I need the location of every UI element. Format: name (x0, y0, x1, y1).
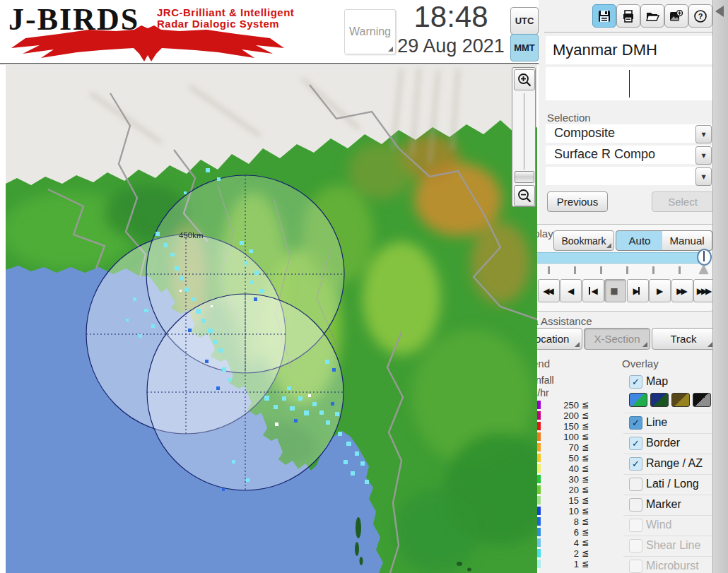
timeline-tick (679, 266, 681, 274)
border-checkbox[interactable]: ✓ (629, 437, 642, 450)
dropdown-sub-product[interactable]: ▼ (546, 167, 712, 185)
dropdown-composite[interactable]: Composite ▼ (546, 124, 712, 143)
line-checkbox[interactable]: ✓ (629, 416, 642, 430)
help-icon: ? (693, 9, 708, 23)
lati-long-checkbox[interactable] (629, 478, 642, 491)
manual-mode-button[interactable]: Manual (662, 230, 712, 251)
status-box-divider (629, 70, 630, 98)
step-forward-button[interactable]: ▶ (627, 279, 649, 302)
open-file-button[interactable] (640, 4, 664, 28)
map-palette-option[interactable] (629, 393, 647, 407)
timeline-tick (548, 266, 550, 274)
bookmark-button[interactable]: Bookmark (553, 230, 614, 251)
x-section-button: X-Section (584, 328, 650, 350)
clock-date: 29 Aug 2021 (389, 35, 513, 57)
timeline-tick (626, 266, 628, 274)
play-reverse-button[interactable]: ◀ (560, 279, 582, 302)
zoom-in-icon (517, 73, 532, 87)
add-image-icon (669, 10, 683, 23)
timeline-tick (600, 266, 602, 274)
clock-time: 18:48 (394, 0, 507, 34)
separator (623, 515, 712, 516)
zoom-out-button[interactable] (514, 185, 535, 206)
stop-button[interactable]: ■ (604, 279, 626, 302)
help-button[interactable]: ? (688, 4, 712, 28)
dropdown-product-value: Surface R Compo (554, 147, 655, 162)
map-palette-option[interactable] (650, 393, 669, 407)
header-divider (0, 63, 539, 64)
auto-mode-button[interactable]: Auto (616, 230, 664, 251)
panel-collapse-strip[interactable] (712, 0, 728, 573)
collapse-left-triangle-icon[interactable] (715, 6, 724, 17)
shear-line-checkbox (629, 539, 642, 553)
select-button: Select (652, 191, 714, 212)
microburst-checkbox (629, 560, 642, 573)
separator (623, 495, 712, 495)
map-palette-option[interactable] (671, 393, 690, 407)
printer-icon (622, 10, 635, 23)
chevron-down-icon[interactable]: ▼ (695, 125, 712, 143)
range-end-marker[interactable]: ▲ (699, 261, 708, 276)
zoom-in-button[interactable] (514, 69, 535, 90)
zoom-slider-handle[interactable] (515, 171, 534, 183)
chevron-down-icon[interactable]: ▼ (695, 146, 712, 165)
marker-checkbox[interactable] (629, 498, 642, 512)
site-name: Myanmar DMH (553, 41, 657, 59)
fast-forward-button[interactable]: ▶▶ (671, 279, 693, 302)
timeline-tick (652, 266, 654, 274)
folder-icon (645, 10, 659, 23)
replay-progress-track[interactable] (523, 252, 706, 264)
dropdown-composite-value: Composite (554, 126, 615, 141)
eagle-logo-icon (10, 24, 286, 62)
site-name-box: Myanmar DMH (546, 36, 712, 64)
map-zoom-panel (512, 67, 536, 207)
chevron-down-icon[interactable]: ▼ (695, 167, 712, 186)
separator (623, 536, 712, 536)
rewind-button[interactable]: ◀◀ (538, 279, 560, 302)
map-checkbox[interactable]: ✓ (629, 375, 642, 389)
separator (623, 433, 712, 434)
selection-label: Selection (547, 112, 591, 124)
range-ring-label: 450km (179, 231, 204, 240)
range-az-checkbox[interactable]: ✓ (629, 457, 642, 471)
separator (623, 413, 712, 413)
radar-map[interactable]: 450km (6, 65, 537, 573)
warning-label: Warning (349, 25, 391, 38)
separator (623, 474, 712, 475)
overlay-label: Overlay (622, 358, 659, 370)
play-button[interactable]: ▶ (649, 279, 671, 302)
separator (623, 454, 712, 454)
wind-checkbox (629, 519, 642, 532)
dropdown-product[interactable]: Surface R Compo ▼ (546, 146, 712, 164)
svg-text:?: ? (698, 12, 703, 20)
previous-button[interactable]: Previous (547, 191, 608, 212)
timeline-tick (574, 266, 576, 274)
mmt-button[interactable]: MMT (510, 34, 539, 61)
panel-divider (544, 32, 712, 33)
add-image-button[interactable] (664, 4, 688, 28)
save-button[interactable] (592, 4, 616, 28)
zoom-slider-track[interactable] (524, 93, 524, 170)
zoom-out-icon (517, 189, 532, 203)
utc-button[interactable]: UTC (510, 7, 539, 35)
step-back-button[interactable]: ◀ (582, 279, 604, 302)
track-button[interactable]: Track (652, 328, 715, 350)
separator (623, 556, 712, 557)
print-button[interactable] (616, 4, 640, 28)
map-palette-option[interactable] (693, 393, 711, 407)
floppy-icon (598, 10, 611, 23)
